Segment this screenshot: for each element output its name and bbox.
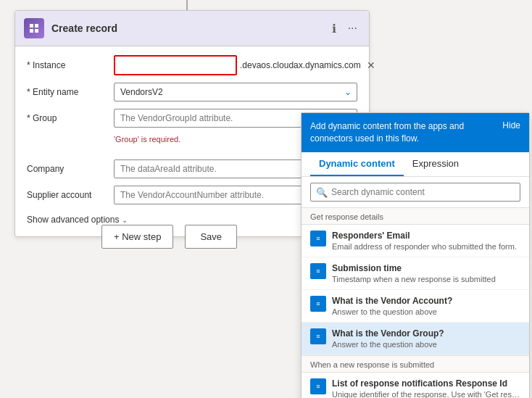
dynamic-item-desc: Answer to the question above bbox=[332, 307, 520, 316]
svg-rect-2 bbox=[30, 29, 33, 33]
instance-clear-button[interactable]: ✕ bbox=[364, 59, 378, 71]
card-header-actions: ℹ ··· bbox=[329, 20, 360, 37]
dynamic-item-icon: ≡ bbox=[310, 296, 326, 312]
dynamic-item[interactable]: ≡ Responders' Email Email address of res… bbox=[302, 225, 529, 257]
dynamic-item-title: Responders' Email bbox=[332, 231, 520, 241]
bottom-buttons: + New step Save bbox=[101, 225, 237, 249]
dynamic-item-text: List of response notifications Response … bbox=[332, 378, 520, 398]
dynamic-item-title: What is the Vendor Account? bbox=[332, 296, 520, 306]
dynamic-search-input[interactable] bbox=[310, 183, 520, 202]
dynamic-item-icon: ≡ bbox=[310, 231, 326, 246]
dynamic-panel-hide-button[interactable]: Hide bbox=[502, 120, 520, 130]
card-header: Create record ℹ ··· bbox=[15, 11, 369, 46]
dynamic-item-desc: Timestamp when a new response is submitt… bbox=[332, 275, 520, 283]
dynamic-item-text: What is the Vendor Account? Answer to th… bbox=[332, 296, 520, 316]
dynamic-search-wrap: 🔍 bbox=[302, 177, 529, 208]
section2-label: When a new response is submitted bbox=[302, 355, 529, 373]
entity-name-row: * Entity name ⌄ bbox=[27, 83, 357, 101]
dynamic-panel-header-text: Add dynamic content from the apps and co… bbox=[310, 120, 502, 145]
svg-rect-3 bbox=[35, 29, 38, 33]
dynamic-item-text: What is the Vendor Group? Answer to the … bbox=[332, 328, 520, 349]
new-step-button[interactable]: + New step bbox=[101, 225, 173, 249]
dynamic-item[interactable]: ≡ What is the Vendor Account? Answer to … bbox=[302, 290, 529, 323]
search-icon: 🔍 bbox=[316, 186, 328, 197]
instance-row: * Instance .devaos.cloudax.dynamics.com … bbox=[27, 55, 357, 75]
dynamic-item-title: What is the Vendor Group? bbox=[332, 328, 520, 339]
tab-dynamic-content[interactable]: Dynamic content bbox=[310, 152, 404, 176]
dynamic-panel-header: Add dynamic content from the apps and co… bbox=[302, 113, 529, 152]
dynamic-item-desc: Answer to the question above bbox=[332, 340, 520, 349]
dynamic-item-icon: ≡ bbox=[310, 378, 326, 394]
section1-label: Get response details bbox=[302, 208, 529, 225]
dynamic-item-text: Submission time Timestamp when a new res… bbox=[332, 263, 520, 283]
dynamic-item-title: Submission time bbox=[332, 263, 520, 273]
group-label: * Group bbox=[27, 113, 114, 123]
dynamic-item[interactable]: ≡ Submission time Timestamp when a new r… bbox=[302, 257, 529, 290]
dynamic-item-icon: ≡ bbox=[310, 263, 326, 279]
dynamic-item-desc: Unique identifier of the response. Use w… bbox=[332, 390, 520, 398]
more-options-button[interactable]: ··· bbox=[345, 20, 360, 36]
search-icon-wrap: 🔍 bbox=[310, 183, 520, 202]
svg-rect-1 bbox=[35, 24, 38, 28]
dynamic-item-desc: Email address of responder who submitted… bbox=[332, 242, 520, 251]
instance-label: * Instance bbox=[27, 60, 114, 70]
entity-name-input[interactable] bbox=[114, 83, 357, 101]
entity-name-label: * Entity name bbox=[27, 87, 114, 97]
dynamic-item-icon: ≡ bbox=[310, 328, 326, 344]
advanced-options-chevron-icon: ⌄ bbox=[122, 216, 128, 224]
dynamic-content-panel: Add dynamic content from the apps and co… bbox=[301, 112, 530, 398]
dynamic-tabs: Dynamic content Expression bbox=[302, 152, 529, 177]
instance-domain: .devaos.cloudax.dynamics.com bbox=[240, 60, 361, 70]
dynamic-item-title: List of response notifications Response … bbox=[332, 378, 520, 389]
company-label: Company bbox=[27, 164, 114, 174]
dynamic-item-text: Responders' Email Email address of respo… bbox=[332, 231, 520, 251]
info-button[interactable]: ℹ bbox=[329, 20, 339, 37]
advanced-options-label: Show advanced options bbox=[27, 215, 119, 225]
create-record-icon bbox=[24, 18, 44, 38]
dynamic-item[interactable]: ≡ List of response notifications Respons… bbox=[302, 373, 529, 398]
svg-rect-0 bbox=[30, 24, 33, 28]
supplier-label: Supplier account bbox=[27, 190, 114, 200]
tab-expression[interactable]: Expression bbox=[404, 152, 467, 176]
instance-input[interactable] bbox=[114, 55, 237, 75]
instance-input-wrap: .devaos.cloudax.dynamics.com ✕ bbox=[114, 55, 378, 75]
dynamic-item-active[interactable]: ≡ What is the Vendor Group? Answer to th… bbox=[302, 323, 529, 355]
entity-name-input-wrap: ⌄ bbox=[114, 83, 357, 101]
save-button[interactable]: Save bbox=[185, 225, 237, 249]
card-title: Create record bbox=[51, 22, 329, 34]
